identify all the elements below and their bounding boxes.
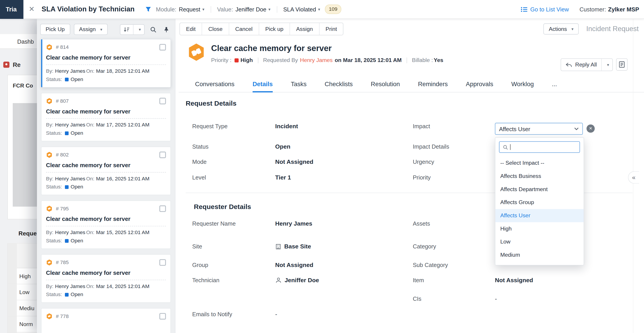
print-button[interactable]: Print — [319, 23, 343, 35]
status-open-icon — [65, 131, 69, 135]
tab-conversations[interactable]: Conversations — [195, 77, 234, 92]
reply-options-button[interactable]: ▾ — [601, 59, 612, 70]
chevron-down-icon: ▾ — [139, 27, 141, 31]
dropdown-search-box[interactable] — [499, 141, 580, 152]
assign-button[interactable]: Assign — [290, 23, 319, 35]
app-brand-corner: Tria — [0, 0, 24, 19]
impact-option-affects-user[interactable]: Affects User — [496, 209, 584, 222]
impact-select[interactable]: Affects User — [495, 123, 583, 135]
pin-icon — [164, 26, 170, 33]
request-card-802[interactable]: # 802 Clear cache memory for server By:H… — [41, 146, 171, 195]
background-requests-label: Re — [13, 61, 20, 68]
divider — [210, 6, 211, 12]
field-label: Item — [413, 277, 495, 283]
field-assets: Assets — [413, 219, 495, 228]
field-urgency: Urgency — [413, 157, 495, 166]
impact-option-medium[interactable]: Medium — [496, 248, 584, 262]
tab-details[interactable]: Details — [253, 77, 273, 92]
request-checkbox[interactable] — [159, 313, 166, 320]
ticket-hexagon-icon — [187, 43, 206, 62]
tab-reminders[interactable]: Reminders — [418, 77, 448, 92]
customer-label: Customer: — [580, 6, 606, 12]
request-list-panel: Pick Up Assign ▾ ▾ — [37, 19, 176, 333]
request-card-778[interactable]: # 778 — [41, 308, 171, 333]
request-checkbox[interactable] — [159, 98, 166, 104]
actions-dropdown-button[interactable]: Actions ▾ — [544, 24, 579, 35]
impact-option-affects-business[interactable]: Affects Business — [496, 170, 584, 183]
request-header: Clear cache memory for server Priority :… — [187, 43, 443, 63]
request-title[interactable]: Clear cache memory for server — [46, 270, 166, 276]
tab-tasks[interactable]: Tasks — [291, 77, 306, 92]
chevron-down-icon: ▾ — [572, 27, 574, 31]
chevron-down-icon: ▾ — [268, 7, 270, 11]
request-checkbox[interactable] — [159, 259, 166, 266]
screen: Dashb Re FCR Co Reques High Low Mediu No… — [0, 0, 644, 333]
request-id: # 778 — [56, 313, 69, 319]
field-technician: Technician Jeniffer Doe — [192, 276, 410, 285]
background-tab-dashboard[interactable]: Dashb — [17, 34, 34, 49]
sort-button[interactable] — [120, 24, 133, 34]
edit-button[interactable]: Edit — [180, 23, 202, 35]
field-label: Level — [192, 174, 275, 180]
field-label: Mode — [192, 159, 275, 165]
sort-options-button[interactable]: ▾ — [133, 24, 144, 34]
reply-all-split-button: Reply All ▾ — [561, 58, 613, 71]
requester-link[interactable]: Henry James — [300, 57, 333, 63]
divider — [258, 57, 258, 63]
impact-search-input[interactable] — [513, 144, 576, 150]
go-to-list-view-button[interactable]: Go to List View — [521, 6, 569, 12]
close-request-button[interactable]: Close — [202, 23, 229, 35]
assign-dropdown-button[interactable]: Assign ▾ — [74, 24, 108, 35]
request-card-807[interactable]: # 807 Clear cache memory for server By:H… — [41, 93, 171, 142]
request-title[interactable]: Clear cache memory for server — [46, 54, 166, 61]
value-filter[interactable]: Value: Jeniffer Doe ▾ — [217, 6, 270, 12]
tab-more[interactable]: ... — [552, 77, 557, 92]
impact-option-high[interactable]: High — [496, 222, 584, 236]
pickup-button[interactable]: Pick up — [259, 23, 290, 35]
tab-approvals[interactable]: Approvals — [466, 77, 493, 92]
search-button[interactable] — [148, 24, 158, 34]
pickup-button[interactable]: Pick Up — [40, 24, 70, 35]
request-status: Status: Open — [46, 184, 166, 190]
request-checkbox[interactable] — [159, 152, 166, 158]
page-title: Clear cache memory for server — [211, 43, 443, 54]
impact-selected-value: Affects User — [499, 126, 574, 132]
request-checkbox[interactable] — [159, 206, 166, 212]
request-checkbox[interactable] — [159, 44, 166, 50]
request-title[interactable]: Clear cache memory for server — [46, 162, 166, 168]
module-filter[interactable]: Module: Request ▾ — [156, 6, 204, 12]
tab-resolution[interactable]: Resolution — [371, 77, 400, 92]
request-title[interactable]: Clear cache memory for server — [46, 108, 166, 114]
pin-button[interactable] — [162, 24, 171, 34]
request-card-785[interactable]: # 785 Clear cache memory for server By:H… — [41, 254, 171, 303]
field-label: Urgency — [413, 159, 495, 165]
field-value: Not Assigned — [275, 159, 314, 165]
field-label: Sub Category — [413, 262, 495, 268]
impact-option-affects-department[interactable]: Affects Department — [496, 183, 584, 196]
impact-option-affects-group[interactable]: Affects Group — [496, 196, 584, 209]
slideover-title: SLA Violation by Technician — [42, 5, 135, 14]
sla-violation-slideover: Pick Up Assign ▾ ▾ — [37, 19, 644, 333]
tab-worklog[interactable]: Worklog — [511, 77, 534, 92]
notes-button[interactable] — [616, 58, 628, 71]
cancel-button[interactable]: Cancel — [229, 23, 259, 35]
tab-checklists[interactable]: Checklists — [325, 77, 353, 92]
impact-option-select[interactable]: -- Select Impact -- — [496, 156, 584, 170]
field-value: Jeniffer Doe — [275, 277, 319, 283]
sort-icon — [124, 26, 130, 32]
card-header: # 807 — [46, 97, 166, 105]
request-title[interactable]: Clear cache memory for server — [46, 216, 166, 222]
slideover-topbar: Tria ✕ SLA Violation by Technician Modul… — [0, 0, 644, 19]
expand-right-panel-button[interactable]: « — [628, 171, 639, 184]
sla-violated-filter[interactable]: SLA Violated ▾ — [283, 6, 320, 12]
status-open-icon — [65, 293, 69, 296]
request-card-795[interactable]: # 795 Clear cache memory for server By:H… — [41, 200, 171, 249]
request-card-814[interactable]: # 814 Clear cache memory for server By:H… — [41, 39, 171, 88]
divider — [46, 64, 166, 65]
impact-option-low[interactable]: Low — [496, 236, 584, 249]
clear-impact-button[interactable]: ✕ — [586, 124, 595, 133]
reply-all-button[interactable]: Reply All — [561, 59, 601, 70]
field-label: Site — [192, 243, 275, 250]
close-slideover-button[interactable]: ✕ — [29, 6, 34, 13]
sort-split-button: ▾ — [120, 24, 144, 35]
